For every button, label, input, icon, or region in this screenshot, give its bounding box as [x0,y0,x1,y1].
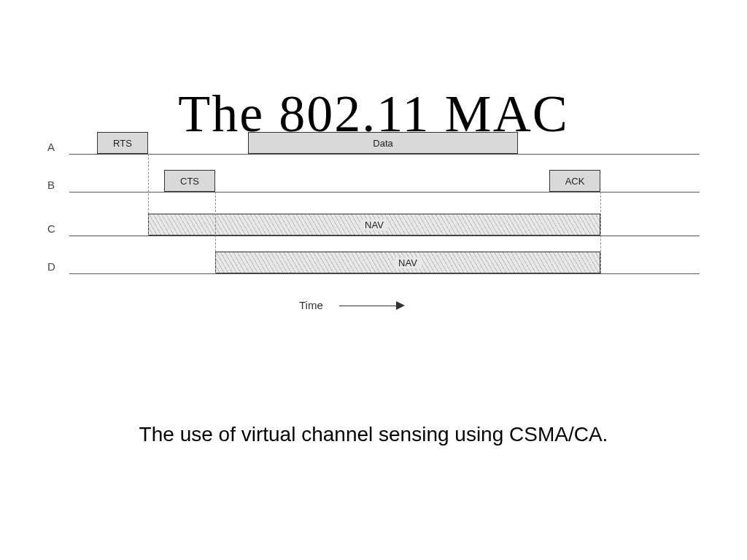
nav-label-c: NAV [360,219,388,230]
timeline-d [69,273,700,274]
row-a: A RTS Data [47,128,700,164]
dash-after-cts [215,192,216,273]
ack-box: ACK [549,170,600,192]
data-box: Data [248,132,518,154]
nav-box-d: NAV [215,252,600,273]
row-label-d: D [47,260,55,273]
row-b: B CTS ACK [47,166,700,202]
rts-box: RTS [97,132,148,154]
row-label-c: C [47,222,55,235]
dash-after-ack [600,192,601,273]
figure-caption: The use of virtual channel sensing using… [0,423,747,446]
row-c: C NAV [47,209,700,246]
row-d: D NAV [47,247,700,284]
timeline-a [69,154,700,155]
cts-box: CTS [164,170,215,192]
row-label-a: A [47,141,55,153]
row-label-b: B [47,179,55,191]
time-arrow-line [339,306,398,306]
time-axis-label: Time [299,299,323,311]
nav-box-c: NAV [148,214,600,236]
timeline-b [69,192,700,192]
timeline-c [69,236,700,236]
timing-diagram: A RTS Data B CTS ACK C NAV D NAV Time [47,128,700,332]
time-arrow-head-icon [396,301,405,310]
nav-label-d: NAV [394,257,422,268]
dash-after-rts [148,154,149,236]
